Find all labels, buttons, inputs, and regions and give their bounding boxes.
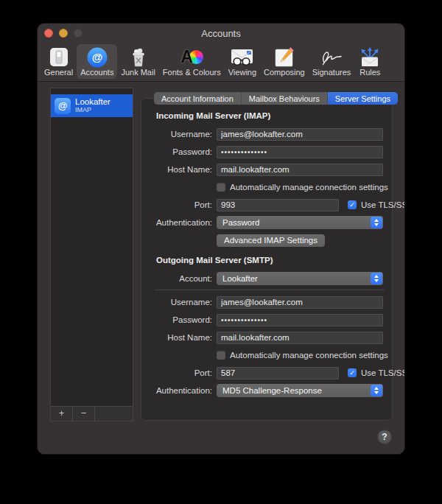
actions-filler	[95, 407, 133, 421]
incoming-hostname-row: Host Name:	[141, 163, 383, 176]
fonts-colours-icon: A	[179, 46, 204, 69]
port-label: Port:	[141, 200, 212, 209]
port-label: Port:	[141, 368, 212, 377]
outgoing-password-input[interactable]	[217, 314, 383, 326]
toolbar-item-signatures[interactable]: Signatures	[309, 44, 355, 79]
preferences-content: @ Lookafter IMAP + − Account Information	[38, 82, 404, 455]
popup-chevrons-icon	[371, 217, 382, 228]
auto-manage-label: Automatically manage connection settings	[230, 351, 388, 360]
envelope-arrows-icon	[358, 46, 382, 69]
advanced-settings-row: Advanced IMAP Settings	[141, 234, 383, 247]
account-label: Account:	[141, 274, 212, 283]
incoming-hostname-input[interactable]	[217, 164, 383, 176]
tab-account-information[interactable]: Account Information	[154, 92, 242, 105]
username-label: Username:	[141, 298, 212, 307]
help-button[interactable]: ?	[377, 430, 392, 444]
toolbar-item-accounts[interactable]: @ Accounts	[77, 44, 117, 79]
toolbar-label: Rules	[359, 68, 380, 77]
outgoing-username-row: Username:	[141, 295, 383, 309]
account-list-actions: + −	[51, 406, 133, 421]
incoming-auto-manage-row: Automatically manage connection settings	[141, 181, 383, 194]
authentication-label: Authentication:	[141, 218, 212, 227]
signature-icon	[318, 46, 345, 69]
incoming-username-row: Username:	[141, 127, 383, 141]
incoming-password-input[interactable]	[217, 146, 383, 158]
pencil-page-icon	[273, 46, 295, 69]
outgoing-authentication-popup[interactable]: MD5 Challenge-Response	[217, 384, 383, 397]
account-title: Lookafter	[75, 97, 110, 107]
outgoing-username-input[interactable]	[217, 296, 383, 309]
incoming-auth-row: Authentication: Password	[141, 216, 383, 229]
tab-mailbox-behaviours[interactable]: Mailbox Behaviours	[242, 92, 328, 105]
hostname-label: Host Name:	[141, 333, 212, 342]
toolbar-label: Composing	[264, 68, 305, 77]
at-circle-icon: @	[86, 46, 108, 69]
popup-chevrons-icon	[371, 273, 382, 284]
outgoing-password-row: Password:	[141, 313, 383, 326]
outgoing-auto-manage-checkbox[interactable]	[217, 351, 225, 360]
account-list: @ Lookafter IMAP + −	[50, 88, 133, 421]
at-badge-icon: @	[55, 98, 71, 114]
outgoing-port-row: Port: ✓ Use TLS/SSL	[141, 366, 383, 379]
incoming-password-row: Password:	[141, 145, 383, 158]
trash-bin-icon	[127, 46, 150, 69]
titlebar[interactable]: Accounts	[38, 24, 404, 43]
outgoing-account-popup[interactable]: Lookafter	[217, 272, 383, 285]
account-tabs: Account Information Mailbox Behaviours S…	[154, 92, 398, 105]
screen: Accounts General @ Accounts Junk Mail	[0, 0, 442, 504]
outgoing-header: Outgoing Mail Server (SMTP)	[156, 256, 392, 265]
account-subtitle: IMAP	[75, 107, 110, 114]
toolbar-label: General	[44, 68, 73, 77]
toolbar-item-composing[interactable]: Composing	[260, 44, 309, 79]
account-list-items: @ Lookafter IMAP	[51, 88, 133, 406]
tls-label: Use TLS/SSL	[361, 368, 405, 377]
checkmark-icon: ✓	[349, 369, 355, 377]
light-switch-icon	[48, 46, 70, 69]
incoming-auto-manage-checkbox[interactable]	[217, 183, 225, 192]
outgoing-auto-manage-row: Automatically manage connection settings	[141, 349, 383, 362]
server-settings-panel: Incoming Mail Server (IMAP) Username: Pa…	[141, 98, 393, 421]
toolbar-label: Signatures	[312, 68, 351, 77]
outgoing-hostname-row: Host Name:	[141, 331, 383, 344]
outgoing-port-input[interactable]	[217, 367, 339, 379]
toolbar-item-fonts-colours[interactable]: A Fonts & Colours	[159, 44, 225, 79]
password-label: Password:	[141, 315, 212, 324]
incoming-port-row: Port: ✓ Use TLS/SSL	[141, 198, 383, 211]
toolbar-item-viewing[interactable]: Viewing	[225, 44, 260, 79]
incoming-header: Incoming Mail Server (IMAP)	[156, 111, 392, 120]
incoming-port-input[interactable]	[217, 199, 339, 211]
outgoing-hostname-input[interactable]	[217, 332, 383, 344]
account-row-lookafter[interactable]: @ Lookafter IMAP	[51, 94, 133, 117]
tls-label: Use TLS/SSL	[361, 200, 405, 209]
toolbar-label: Viewing	[228, 68, 256, 77]
username-label: Username:	[141, 130, 212, 139]
toolbar-item-junk-mail[interactable]: Junk Mail	[117, 44, 158, 79]
toolbar-item-general[interactable]: General	[41, 44, 77, 79]
outgoing-account-row: Account: Lookafter	[141, 272, 383, 285]
preferences-toolbar: General @ Accounts Junk Mail A Fonts & C…	[38, 43, 404, 82]
toolbar-label: Accounts	[80, 68, 113, 77]
tab-server-settings[interactable]: Server Settings	[328, 92, 398, 105]
authentication-label: Authentication:	[141, 386, 212, 395]
toolbar-label: Fonts & Colours	[163, 68, 221, 77]
password-label: Password:	[141, 147, 212, 156]
smtp-divider	[155, 290, 385, 290]
svg-text:@: @	[91, 51, 102, 63]
remove-account-button[interactable]: −	[73, 407, 95, 421]
incoming-authentication-popup[interactable]: Password	[217, 216, 383, 229]
advanced-imap-settings-button[interactable]: Advanced IMAP Settings	[217, 234, 325, 247]
popup-chevrons-icon	[371, 385, 382, 396]
window-title: Accounts	[38, 24, 404, 43]
preferences-window: Accounts General @ Accounts Junk Mail	[37, 23, 405, 455]
outgoing-auth-row: Authentication: MD5 Challenge-Response	[141, 384, 383, 397]
incoming-tls-checkbox[interactable]: ✓	[348, 200, 357, 209]
outgoing-tls-checkbox[interactable]: ✓	[348, 368, 357, 377]
toolbar-label: Junk Mail	[121, 68, 155, 77]
envelope-glasses-icon	[230, 46, 255, 69]
checkmark-icon: ✓	[349, 201, 355, 209]
auto-manage-label: Automatically manage connection settings	[230, 183, 388, 192]
incoming-username-input[interactable]	[217, 128, 383, 141]
hostname-label: Host Name:	[141, 165, 212, 174]
add-account-button[interactable]: +	[51, 407, 73, 421]
toolbar-item-rules[interactable]: Rules	[354, 44, 385, 79]
